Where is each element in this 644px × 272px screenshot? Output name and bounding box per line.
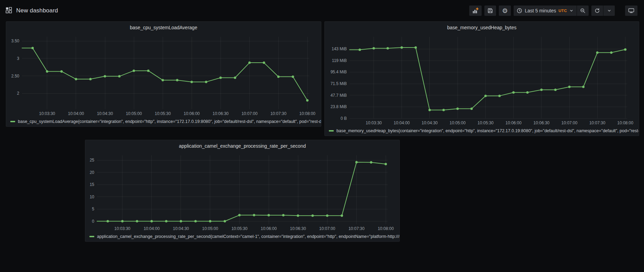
series-label[interactable]: application_camel_exchange_processing_ra… [97,234,399,239]
svg-text:71.5 MiB: 71.5 MiB [331,81,347,86]
svg-text:10:05:30: 10:05:30 [232,226,248,231]
svg-text:10:07:30: 10:07:30 [270,111,287,116]
svg-text:143 MiB: 143 MiB [332,46,347,51]
svg-text:25: 25 [90,158,95,163]
svg-text:10:05:30: 10:05:30 [155,111,171,116]
svg-text:10:04:00: 10:04:00 [394,121,410,125]
gear-icon: ⚙ [502,8,508,14]
monitor-icon [628,8,634,13]
panel-legend: base_cpu_systemLoadAverage{container="in… [6,118,321,126]
panel-camel-exchange-processing-rate: application_camel_exchange_processing_ra… [85,140,400,242]
save-dashboard-button[interactable] [484,6,496,16]
svg-text:10:04:30: 10:04:30 [173,226,189,231]
refresh-dashboard-button[interactable] [591,6,603,16]
svg-text:10: 10 [90,195,95,199]
svg-text:10:05:00: 10:05:00 [126,111,142,116]
time-range-picker[interactable]: Last 5 minutes UTC [514,6,577,16]
svg-text:23.8 MiB: 23.8 MiB [331,104,347,109]
timezone-badge: UTC [558,9,567,13]
svg-text:10:06:30: 10:06:30 [534,121,550,125]
dashboard-toolbar: ⚙ Last 5 minutes UTC [469,6,637,16]
svg-text:15: 15 [90,182,95,187]
panel-memory-used-heap-bytes: base_memory_usedHeap_bytes 10:03:3010:04… [324,21,639,136]
time-range-label: Last 5 minutes [525,8,556,13]
svg-text:10:04:30: 10:04:30 [422,121,438,125]
series-label[interactable]: base_memory_usedHeap_bytes{container="in… [336,128,639,133]
svg-text:10:04:30: 10:04:30 [97,111,113,116]
timeseries-plot[interactable]: 10:03:3010:04:0010:04:3010:05:0010:05:30… [85,152,399,233]
panel-legend: application_camel_exchange_processing_ra… [85,233,399,241]
svg-text:5: 5 [92,207,94,211]
svg-text:0 B: 0 B [341,116,347,121]
apps-grid-icon[interactable] [6,7,12,15]
svg-text:10:06:30: 10:06:30 [213,111,229,116]
panel-header[interactable]: base_memory_usedHeap_bytes [325,22,639,33]
series-label[interactable]: base_cpu_systemLoadAverage{container="in… [18,119,321,124]
svg-text:119 MiB: 119 MiB [332,58,347,63]
time-picker-group: Last 5 minutes UTC [514,6,589,16]
save-icon [487,8,493,13]
timeseries-plot[interactable]: 10:03:3010:04:0010:04:3010:05:0010:05:30… [325,33,639,127]
series-color-swatch[interactable] [329,130,334,132]
svg-text:10:06:00: 10:06:00 [184,111,200,116]
refresh-icon [594,8,600,13]
svg-text:0: 0 [92,219,94,224]
refresh-interval-dropdown[interactable] [603,6,615,16]
svg-text:10:04:00: 10:04:00 [143,226,160,231]
chevron-down-icon [569,9,573,13]
panel-header[interactable]: base_cpu_systemLoadAverage [6,22,321,33]
svg-text:2: 2 [17,91,19,96]
svg-text:10:06:00: 10:06:00 [261,226,277,231]
panel-title[interactable]: application_camel_exchange_processing_ra… [179,143,306,149]
cycle-view-mode-button[interactable] [625,6,637,16]
panel-title[interactable]: base_cpu_systemLoadAverage [130,25,197,30]
svg-text:10:03:30: 10:03:30 [114,226,130,231]
svg-text:10:05:00: 10:05:00 [450,121,466,125]
svg-text:10:07:00: 10:07:00 [561,121,578,125]
svg-text:10:08:00: 10:08:00 [299,111,315,116]
svg-text:10:07:00: 10:07:00 [319,226,335,231]
svg-text:10:06:30: 10:06:30 [290,226,306,231]
dashboard-settings-button[interactable]: ⚙ [499,6,511,16]
panel-header[interactable]: application_camel_exchange_processing_ra… [85,140,399,152]
dashboard-title[interactable]: New dashboard [16,7,58,14]
svg-text:10:07:00: 10:07:00 [242,111,258,116]
zoom-out-time-button[interactable] [577,6,589,16]
refresh-group [591,6,615,16]
svg-text:10:03:30: 10:03:30 [366,121,382,125]
svg-text:3.50: 3.50 [11,39,20,43]
chevron-down-icon [607,9,611,13]
svg-text:20: 20 [90,170,95,175]
svg-text:10:03:30: 10:03:30 [39,111,55,116]
svg-text:10:08:00: 10:08:00 [617,121,633,125]
svg-text:10:04:00: 10:04:00 [68,111,84,116]
svg-text:47.7 MiB: 47.7 MiB [331,93,347,98]
svg-text:10:08:00: 10:08:00 [378,226,394,231]
svg-text:10:07:30: 10:07:30 [348,226,365,231]
bar-chart-plus-icon [472,8,479,14]
timeseries-plot[interactable]: 10:03:3010:04:0010:04:3010:05:0010:05:30… [6,33,321,118]
svg-text:2.50: 2.50 [11,74,20,79]
clock-icon [517,8,522,13]
panel-title[interactable]: base_memory_usedHeap_bytes [447,25,517,30]
svg-text:10:06:00: 10:06:00 [505,121,522,125]
magnifier-minus-icon [580,8,586,13]
panel-legend: base_memory_usedHeap_bytes{container="in… [325,127,639,136]
add-panel-button[interactable] [469,6,482,16]
svg-text:10:07:30: 10:07:30 [589,121,605,125]
series-color-swatch[interactable] [10,121,15,122]
svg-text:10:05:30: 10:05:30 [477,121,494,125]
svg-text:10:05:00: 10:05:00 [202,226,218,231]
panel-cpu-system-load-average: base_cpu_systemLoadAverage 10:03:3010:04… [6,21,321,127]
svg-text:3: 3 [17,56,19,61]
series-color-swatch[interactable] [89,236,94,237]
svg-text:95.4 MiB: 95.4 MiB [331,70,347,74]
top-navigation-bar: New dashboard ⚙ [0,0,644,21]
